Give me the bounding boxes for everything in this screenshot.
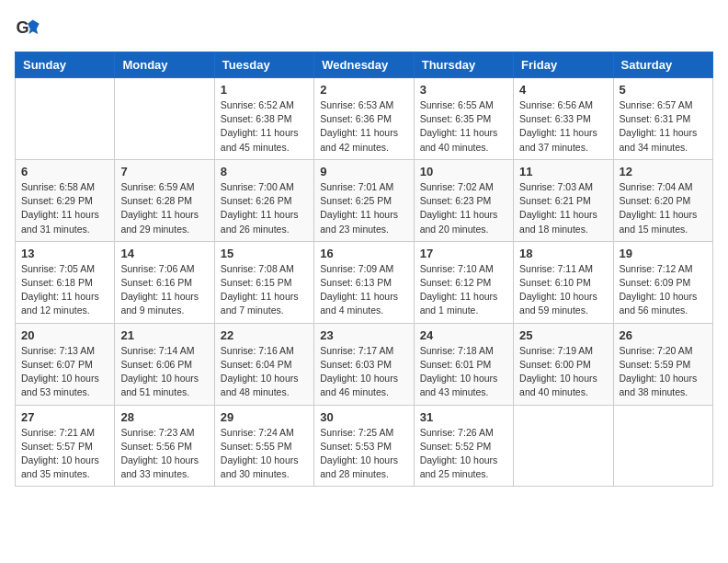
calendar-cell: 28Sunrise: 7:23 AM Sunset: 5:56 PM Dayli…: [115, 405, 214, 487]
day-info: Sunrise: 6:58 AM Sunset: 6:29 PM Dayligh…: [21, 180, 108, 236]
day-header-saturday: Saturday: [613, 52, 712, 78]
day-info: Sunrise: 7:16 AM Sunset: 6:04 PM Dayligh…: [221, 344, 308, 400]
day-info: Sunrise: 7:06 AM Sunset: 6:16 PM Dayligh…: [120, 262, 208, 318]
day-number: 17: [420, 247, 507, 260]
calendar-cell: 30Sunrise: 7:25 AM Sunset: 5:53 PM Dayli…: [314, 405, 414, 487]
calendar-cell: 29Sunrise: 7:24 AM Sunset: 5:55 PM Dayli…: [214, 405, 313, 487]
day-info: Sunrise: 7:17 AM Sunset: 6:03 PM Dayligh…: [320, 344, 407, 400]
day-header-friday: Friday: [514, 52, 613, 78]
day-info: Sunrise: 7:00 AM Sunset: 6:26 PM Dayligh…: [221, 180, 308, 236]
calendar-cell: 7Sunrise: 6:59 AM Sunset: 6:28 PM Daylig…: [115, 159, 214, 241]
calendar-cell: 13Sunrise: 7:05 AM Sunset: 6:18 PM Dayli…: [16, 241, 115, 323]
day-number: 24: [420, 328, 507, 342]
day-header-tuesday: Tuesday: [214, 52, 313, 78]
calendar-cell: 16Sunrise: 7:09 AM Sunset: 6:13 PM Dayli…: [314, 241, 414, 323]
day-info: Sunrise: 7:26 AM Sunset: 5:52 PM Dayligh…: [420, 426, 507, 482]
calendar-week-row: 20Sunrise: 7:13 AM Sunset: 6:07 PM Dayli…: [16, 323, 713, 405]
day-info: Sunrise: 7:08 AM Sunset: 6:15 PM Dayligh…: [221, 262, 308, 318]
day-number: 14: [120, 247, 208, 260]
calendar-cell: 6Sunrise: 6:58 AM Sunset: 6:29 PM Daylig…: [16, 159, 115, 241]
calendar-week-row: 13Sunrise: 7:05 AM Sunset: 6:18 PM Dayli…: [16, 241, 713, 323]
calendar-cell: [16, 78, 115, 160]
calendar-cell: 25Sunrise: 7:19 AM Sunset: 6:00 PM Dayli…: [514, 323, 613, 405]
calendar-cell: 10Sunrise: 7:02 AM Sunset: 6:23 PM Dayli…: [414, 159, 513, 241]
day-info: Sunrise: 7:18 AM Sunset: 6:01 PM Dayligh…: [420, 344, 507, 400]
day-number: 7: [120, 165, 208, 178]
day-info: Sunrise: 7:21 AM Sunset: 5:57 PM Dayligh…: [21, 426, 108, 482]
day-info: Sunrise: 7:24 AM Sunset: 5:55 PM Dayligh…: [221, 426, 308, 482]
day-header-wednesday: Wednesday: [314, 52, 414, 78]
day-number: 29: [221, 410, 308, 424]
day-info: Sunrise: 6:57 AM Sunset: 6:31 PM Dayligh…: [620, 98, 707, 155]
calendar-cell: 24Sunrise: 7:18 AM Sunset: 6:01 PM Dayli…: [414, 323, 513, 405]
calendar-table: SundayMondayTuesdayWednesdayThursdayFrid…: [15, 52, 713, 487]
calendar-week-row: 1Sunrise: 6:52 AM Sunset: 6:38 PM Daylig…: [16, 78, 713, 160]
day-info: Sunrise: 7:23 AM Sunset: 5:56 PM Dayligh…: [120, 426, 208, 482]
day-number: 11: [519, 165, 607, 178]
day-number: 10: [420, 165, 507, 178]
day-info: Sunrise: 7:11 AM Sunset: 6:10 PM Dayligh…: [519, 262, 607, 318]
day-header-thursday: Thursday: [414, 52, 513, 78]
day-number: 26: [620, 328, 707, 342]
calendar-cell: [514, 405, 613, 487]
day-number: 20: [21, 328, 108, 342]
calendar-cell: 2Sunrise: 6:53 AM Sunset: 6:36 PM Daylig…: [314, 78, 414, 160]
day-info: Sunrise: 6:52 AM Sunset: 6:38 PM Dayligh…: [221, 98, 308, 155]
calendar-cell: 27Sunrise: 7:21 AM Sunset: 5:57 PM Dayli…: [16, 405, 115, 487]
calendar-cell: 15Sunrise: 7:08 AM Sunset: 6:15 PM Dayli…: [214, 241, 313, 323]
calendar-cell: 14Sunrise: 7:06 AM Sunset: 6:16 PM Dayli…: [115, 241, 214, 323]
svg-marker-1: [28, 20, 40, 34]
calendar-cell: 11Sunrise: 7:03 AM Sunset: 6:21 PM Dayli…: [514, 159, 613, 241]
day-number: 30: [320, 410, 407, 424]
day-info: Sunrise: 7:20 AM Sunset: 5:59 PM Dayligh…: [620, 344, 707, 400]
calendar-header-row: SundayMondayTuesdayWednesdayThursdayFrid…: [16, 52, 713, 78]
calendar-cell: 3Sunrise: 6:55 AM Sunset: 6:35 PM Daylig…: [414, 78, 513, 160]
calendar-cell: 23Sunrise: 7:17 AM Sunset: 6:03 PM Dayli…: [314, 323, 414, 405]
day-info: Sunrise: 6:59 AM Sunset: 6:28 PM Dayligh…: [120, 180, 208, 236]
page-header: G: [15, 15, 713, 40]
calendar-cell: 9Sunrise: 7:01 AM Sunset: 6:25 PM Daylig…: [314, 159, 414, 241]
day-number: 22: [221, 328, 308, 342]
day-number: 12: [620, 165, 707, 178]
calendar-cell: 26Sunrise: 7:20 AM Sunset: 5:59 PM Dayli…: [613, 323, 712, 405]
calendar-cell: 22Sunrise: 7:16 AM Sunset: 6:04 PM Dayli…: [214, 323, 313, 405]
day-number: 31: [420, 410, 507, 424]
day-number: 15: [221, 247, 308, 260]
day-info: Sunrise: 6:55 AM Sunset: 6:35 PM Dayligh…: [420, 98, 507, 155]
day-number: 5: [620, 83, 707, 97]
day-number: 6: [21, 165, 108, 178]
day-number: 2: [320, 83, 407, 97]
calendar-cell: 4Sunrise: 6:56 AM Sunset: 6:33 PM Daylig…: [514, 78, 613, 160]
day-number: 13: [21, 247, 108, 260]
calendar-cell: 12Sunrise: 7:04 AM Sunset: 6:20 PM Dayli…: [613, 159, 712, 241]
day-number: 27: [21, 410, 108, 424]
day-info: Sunrise: 7:19 AM Sunset: 6:00 PM Dayligh…: [519, 344, 607, 400]
day-number: 1: [221, 83, 308, 97]
day-number: 16: [320, 247, 407, 260]
calendar-cell: 1Sunrise: 6:52 AM Sunset: 6:38 PM Daylig…: [214, 78, 313, 160]
day-number: 3: [420, 83, 507, 97]
calendar-cell: 21Sunrise: 7:14 AM Sunset: 6:06 PM Dayli…: [115, 323, 214, 405]
day-info: Sunrise: 7:05 AM Sunset: 6:18 PM Dayligh…: [21, 262, 108, 318]
logo: G: [15, 15, 44, 40]
day-number: 9: [320, 165, 407, 178]
day-info: Sunrise: 7:25 AM Sunset: 5:53 PM Dayligh…: [320, 426, 407, 482]
calendar-week-row: 27Sunrise: 7:21 AM Sunset: 5:57 PM Dayli…: [16, 405, 713, 487]
day-info: Sunrise: 7:12 AM Sunset: 6:09 PM Dayligh…: [620, 262, 707, 318]
day-number: 21: [120, 328, 208, 342]
calendar-cell: 17Sunrise: 7:10 AM Sunset: 6:12 PM Dayli…: [414, 241, 513, 323]
day-info: Sunrise: 7:10 AM Sunset: 6:12 PM Dayligh…: [420, 262, 507, 318]
day-number: 8: [221, 165, 308, 178]
calendar-cell: 18Sunrise: 7:11 AM Sunset: 6:10 PM Dayli…: [514, 241, 613, 323]
day-info: Sunrise: 6:53 AM Sunset: 6:36 PM Dayligh…: [320, 98, 407, 155]
day-info: Sunrise: 6:56 AM Sunset: 6:33 PM Dayligh…: [519, 98, 607, 155]
calendar-week-row: 6Sunrise: 6:58 AM Sunset: 6:29 PM Daylig…: [16, 159, 713, 241]
day-info: Sunrise: 7:01 AM Sunset: 6:25 PM Dayligh…: [320, 180, 407, 236]
day-info: Sunrise: 7:02 AM Sunset: 6:23 PM Dayligh…: [420, 180, 507, 236]
day-info: Sunrise: 7:14 AM Sunset: 6:06 PM Dayligh…: [120, 344, 208, 400]
day-header-monday: Monday: [115, 52, 214, 78]
svg-text:G: G: [16, 18, 28, 37]
calendar-cell: 20Sunrise: 7:13 AM Sunset: 6:07 PM Dayli…: [16, 323, 115, 405]
calendar-cell: 8Sunrise: 7:00 AM Sunset: 6:26 PM Daylig…: [214, 159, 313, 241]
calendar-cell: [613, 405, 712, 487]
